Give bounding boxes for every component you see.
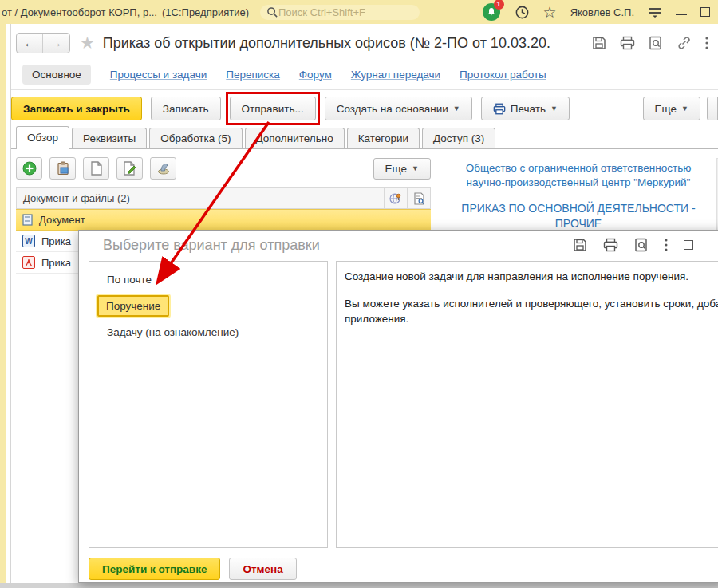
dialog-title: Выберите вариант для отправки bbox=[103, 237, 320, 254]
nav-item-processes[interactable]: Процессы и задачи bbox=[110, 69, 207, 81]
get-link-button[interactable] bbox=[677, 36, 692, 50]
option-task-acquaintance[interactable]: Задачу (на ознакомление) bbox=[99, 322, 247, 342]
tab-requisites[interactable]: Реквизиты bbox=[72, 128, 147, 148]
history-icon bbox=[515, 5, 530, 20]
history-nav: ← → bbox=[16, 33, 70, 53]
preview-icon bbox=[649, 36, 663, 50]
nav-item-forum[interactable]: Форум bbox=[299, 69, 332, 81]
tab-overview[interactable]: Обзор bbox=[16, 126, 69, 149]
maximize-button[interactable] bbox=[700, 7, 710, 17]
preview-icon bbox=[634, 238, 649, 252]
page-title: Приказ об открытии дополнительных офисов… bbox=[103, 35, 550, 52]
tab-processing[interactable]: Обработка (5) bbox=[149, 128, 242, 148]
favorites-button[interactable]: ☆ bbox=[543, 3, 557, 22]
files-more-label: Еще bbox=[385, 163, 407, 175]
more-menu-button[interactable] bbox=[705, 37, 708, 49]
search-input[interactable] bbox=[278, 6, 412, 18]
row-label: Документ bbox=[39, 214, 85, 226]
row-label: Прика bbox=[41, 257, 71, 269]
dialog-footer: Перейти к отправке Отмена bbox=[89, 558, 297, 580]
web-access-column-icon[interactable] bbox=[384, 188, 407, 209]
form-more-label: Еще bbox=[655, 103, 677, 115]
dialog-print-button[interactable] bbox=[603, 238, 618, 252]
save-record-button[interactable]: Записать bbox=[151, 97, 221, 120]
scan-button[interactable] bbox=[150, 157, 176, 180]
new-file-button[interactable] bbox=[83, 157, 109, 180]
form-nav: Основное Процессы и задачи Переписка Фор… bbox=[22, 62, 708, 86]
dialog-more-button[interactable] bbox=[665, 239, 668, 251]
window-left-strip bbox=[0, 24, 6, 588]
option-description-panel: Создание новой задачи для направления на… bbox=[336, 261, 718, 548]
send-button[interactable]: Отправить... bbox=[230, 97, 316, 120]
details-column-icon[interactable] bbox=[407, 188, 430, 209]
nav-item-correspondence[interactable]: Переписка bbox=[226, 69, 280, 81]
forward-button[interactable]: → bbox=[43, 34, 69, 53]
description-line-1: Создание новой задачи для направления на… bbox=[345, 269, 718, 285]
organization-name: Общество с ограниченной ответственностью… bbox=[447, 161, 710, 190]
dialog-maximize-button[interactable] bbox=[684, 240, 693, 250]
app-screen: от / Документооборот КОРП, р... (1С:Пред… bbox=[0, 0, 718, 588]
form-more-button[interactable]: Еще▼ bbox=[643, 97, 700, 120]
chevron-down-icon: ▼ bbox=[453, 105, 460, 112]
history-button[interactable] bbox=[515, 5, 530, 20]
send-options-list: По почте Поручение Задачу (на ознакомлен… bbox=[89, 261, 328, 548]
notifications-button[interactable]: 1 bbox=[482, 2, 501, 22]
clipboard-icon bbox=[56, 161, 70, 176]
app-brand: (1С:Предприятие) bbox=[162, 6, 249, 18]
minimize-icon bbox=[676, 9, 687, 15]
link-icon bbox=[677, 36, 692, 50]
create-based-on-button[interactable]: Создать на основании▼ bbox=[325, 97, 472, 120]
description-line-2: Вы можете указать исполнителей и проверя… bbox=[345, 296, 718, 327]
nav-item-work-protocol[interactable]: Протокол работы bbox=[460, 69, 546, 81]
paste-button[interactable] bbox=[49, 157, 76, 180]
main-menu-button[interactable] bbox=[648, 6, 662, 18]
save-button[interactable] bbox=[592, 36, 606, 50]
create-based-on-label: Создать на основании bbox=[337, 103, 448, 115]
minimize-button[interactable] bbox=[676, 9, 687, 15]
proceed-to-send-button[interactable]: Перейти к отправке bbox=[89, 558, 220, 580]
os-titlebar: от / Документооборот КОРП, р... (1С:Пред… bbox=[0, 0, 718, 24]
hamburger-icon bbox=[648, 6, 662, 18]
option-assignment[interactable]: Поручение bbox=[97, 295, 169, 317]
dialog-save-button[interactable] bbox=[573, 238, 587, 252]
cancel-button[interactable]: Отмена bbox=[229, 558, 296, 580]
row-label: Прика bbox=[41, 235, 71, 247]
tab-additional[interactable]: Дополнительно bbox=[245, 128, 345, 148]
tab-categories[interactable]: Категории bbox=[347, 128, 420, 148]
tab-access[interactable]: Доступ (3) bbox=[422, 128, 495, 148]
back-button[interactable]: ← bbox=[17, 34, 43, 53]
command-bar: Записать и закрыть Записать Отправить...… bbox=[11, 96, 718, 121]
preview-button[interactable] bbox=[649, 36, 663, 50]
print-menu-label: Печать bbox=[511, 103, 546, 115]
scanner-icon bbox=[156, 161, 171, 176]
option-by-mail[interactable]: По почте bbox=[99, 270, 160, 290]
printer-icon bbox=[493, 103, 506, 115]
nav-item-main[interactable]: Основное bbox=[22, 65, 91, 85]
search-icon bbox=[266, 6, 278, 18]
table-row-document[interactable]: Документ bbox=[16, 209, 431, 231]
send-variant-dialog: Выберите вариант для отправки По почте bbox=[78, 230, 718, 583]
maximize-icon bbox=[684, 240, 693, 250]
add-icon bbox=[22, 161, 37, 176]
edit-file-button[interactable] bbox=[116, 157, 143, 180]
app-title: от / Документооборот КОРП, р... bbox=[2, 6, 157, 18]
favorite-star-icon[interactable]: ★ bbox=[80, 34, 95, 53]
save-and-close-button[interactable]: Записать и закрыть bbox=[11, 97, 142, 120]
floppy-icon bbox=[573, 238, 587, 252]
notification-badge: 1 bbox=[494, 0, 504, 10]
nav-item-transfer-log[interactable]: Журнал передачи bbox=[351, 69, 440, 81]
table-header[interactable]: Документ и файлы (2) bbox=[16, 187, 431, 209]
add-button[interactable] bbox=[16, 157, 42, 180]
global-search[interactable] bbox=[260, 5, 420, 20]
files-toolbar: Еще▼ bbox=[16, 156, 431, 180]
blank-file-icon bbox=[90, 161, 103, 176]
kebab-icon bbox=[705, 37, 708, 49]
dialog-preview-button[interactable] bbox=[634, 238, 649, 252]
chevron-down-icon: ▼ bbox=[550, 105, 558, 112]
files-more-button[interactable]: Еще▼ bbox=[373, 158, 431, 180]
clipped-button[interactable] bbox=[707, 97, 718, 120]
print-button[interactable] bbox=[620, 36, 635, 50]
print-menu-button[interactable]: Печать▼ bbox=[481, 97, 570, 120]
current-user[interactable]: Яковлев С.П. bbox=[570, 6, 634, 18]
window-frame-line bbox=[10, 24, 11, 583]
